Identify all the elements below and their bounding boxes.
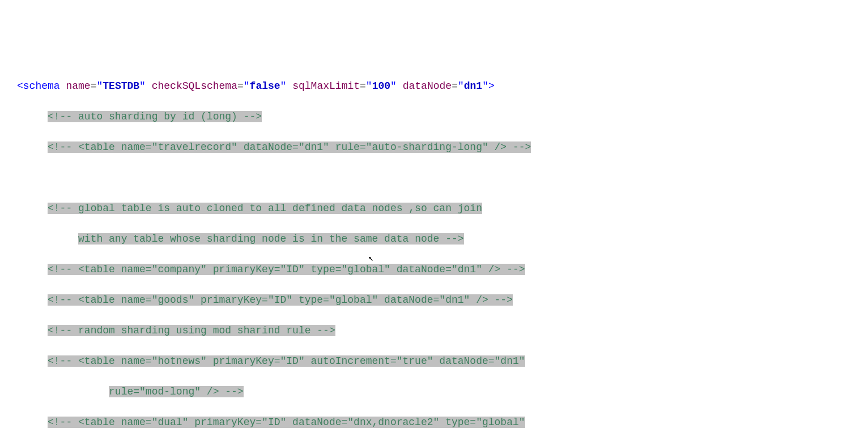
xml-editor[interactable]: <schema name="TESTDB" checkSQLschema="fa…	[0, 63, 868, 446]
attr-name: checkSQLschema	[152, 80, 237, 92]
attr-value: 100	[372, 80, 390, 92]
code-line[interactable]: with any table whose sharding node is in…	[17, 231, 868, 247]
code-line[interactable]: <!-- random sharding using mod sharind r…	[17, 323, 868, 338]
xml-comment: <!-- auto sharding by id (long) -->	[48, 111, 262, 122]
attr-value: dn1	[464, 80, 482, 92]
code-line[interactable]: <!-- <table name="goods" primaryKey="ID"…	[17, 293, 868, 308]
attr-name: dataNode	[403, 80, 452, 92]
code-line[interactable]: rule="mod-long" /> -->	[17, 384, 868, 400]
attr-name: sqlMaxLimit	[292, 80, 360, 92]
code-line[interactable]: <schema name="TESTDB" checkSQLschema="fa…	[17, 79, 868, 94]
xml-comment: <!-- <table name="company" primaryKey="I…	[48, 264, 525, 275]
code-line[interactable]	[17, 170, 868, 186]
code-line[interactable]: <!-- auto sharding by id (long) -->	[17, 109, 868, 125]
xml-comment: <!-- global table is auto cloned to all …	[48, 203, 482, 214]
attr-value: false	[250, 80, 280, 92]
xml-comment: rule="mod-long" /> -->	[109, 386, 244, 397]
xml-comment: with any table whose sharding node is in…	[78, 233, 464, 245]
code-line[interactable]: <!-- global table is auto cloned to all …	[17, 201, 868, 216]
code-line[interactable]: <!-- <table name="dual" primaryKey="ID" …	[17, 415, 868, 430]
xml-comment: <!-- <table name="goods" primaryKey="ID"…	[48, 294, 513, 306]
attr-value: TESTDB	[103, 80, 139, 92]
code-line[interactable]: <!-- <table name="travelrecord" dataNode…	[17, 140, 868, 155]
attr-name: name	[66, 80, 90, 92]
tag-open: <schema	[17, 80, 60, 92]
code-line[interactable]: <!-- <table name="company" primaryKey="I…	[17, 262, 868, 277]
xml-comment: <!-- <table name="travelrecord" dataNode…	[48, 141, 531, 153]
tag-close: >	[488, 80, 495, 92]
code-line[interactable]: <!-- <table name="hotnews" primaryKey="I…	[17, 354, 868, 369]
xml-comment: <!-- random sharding using mod sharind r…	[48, 325, 335, 336]
code-content[interactable]: <schema name="TESTDB" checkSQLschema="fa…	[17, 63, 868, 446]
xml-comment: <!-- <table name="dual" primaryKey="ID" …	[48, 417, 525, 428]
gutter	[0, 63, 17, 446]
xml-comment: <!-- <table name="hotnews" primaryKey="I…	[48, 355, 525, 367]
